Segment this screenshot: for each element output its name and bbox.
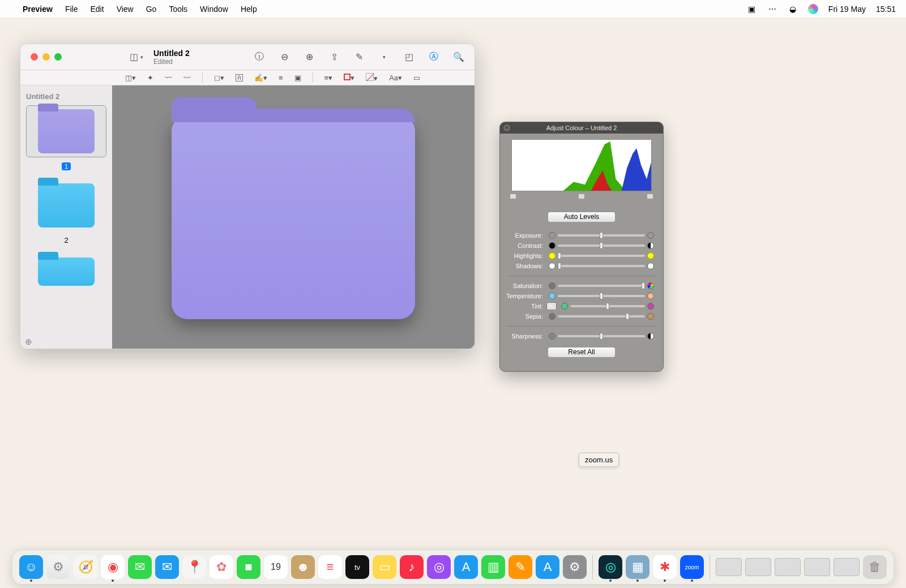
instant-alpha-tool[interactable]: ✦ [147, 74, 153, 82]
menu-window[interactable]: Window [200, 5, 228, 14]
shadows-knob[interactable] [558, 263, 561, 269]
dock-safari[interactable]: 🧭 [74, 555, 97, 579]
dock-settings[interactable]: ⚙ [563, 555, 587, 579]
menu-edit[interactable]: Edit [91, 5, 104, 14]
highlights-slider[interactable]: Highlights: [500, 251, 663, 261]
thumbnail-2[interactable] [26, 179, 106, 231]
menu-tools[interactable]: Tools [169, 5, 187, 14]
temperature-knob[interactable] [600, 293, 603, 299]
dock-notes[interactable]: ▭ [373, 555, 396, 579]
window-close-button[interactable] [31, 53, 38, 61]
temperature-slider[interactable]: Temperature: [500, 291, 663, 301]
sketch-tool[interactable]: 〰 [165, 74, 172, 82]
sepia-track[interactable] [558, 315, 645, 317]
tint-slider[interactable]: Tint: ↖ [500, 301, 663, 311]
dock-numbers[interactable]: ▥ [481, 555, 505, 579]
siri-icon[interactable] [808, 4, 818, 14]
control-center-icon[interactable]: ◒ [788, 4, 798, 14]
share-button[interactable]: ⇪ [328, 51, 340, 63]
dock-minimized-window[interactable] [775, 558, 801, 576]
window-zoom-button[interactable] [54, 53, 62, 61]
histogram-handles[interactable] [510, 194, 653, 199]
thumbnails-sidebar[interactable]: Untitled 2 1 2 ⊕ [20, 85, 112, 349]
crop-tool[interactable]: ▣ [294, 74, 301, 82]
annotate-tool[interactable]: ▭ [413, 74, 420, 82]
highlight-button[interactable]: Ⓐ [428, 51, 439, 63]
add-page-button[interactable]: ⊕ [25, 337, 32, 347]
dock-slack[interactable]: ✱ [653, 555, 677, 579]
window-minimize-button[interactable] [42, 53, 50, 61]
sidebar-toggle-button[interactable]: ◫ ▾ [130, 51, 143, 62]
dock-maps[interactable]: 📍 [182, 555, 206, 579]
dock-finder[interactable]: ☺ [19, 555, 43, 579]
shapes-tool[interactable]: ◻▾ [214, 74, 224, 82]
dock-tv[interactable]: tv [345, 555, 369, 579]
highlights-knob[interactable] [558, 252, 561, 259]
dock-photos[interactable]: ✿ [210, 555, 233, 579]
menu-extra-1-icon[interactable]: ▣ [747, 4, 757, 14]
border-color-tool[interactable]: ▾ [344, 74, 354, 82]
app-name[interactable]: Preview [23, 5, 53, 14]
adjust-tool[interactable]: ≡ [279, 74, 283, 82]
search-button[interactable]: 🔍 [453, 51, 464, 63]
dock-preview[interactable]: ▦ [626, 555, 649, 579]
font-tool[interactable]: Aa▾ [389, 74, 402, 82]
menu-extra-2-icon[interactable]: ⋯ [767, 4, 777, 14]
exposure-knob[interactable] [600, 232, 603, 239]
thumbnail-3[interactable] [26, 254, 106, 290]
exposure-track[interactable] [558, 234, 645, 237]
exposure-slider[interactable]: Exposure: [500, 230, 663, 241]
fill-color-tool[interactable]: ▾ [366, 73, 378, 83]
auto-levels-button[interactable]: Auto Levels [548, 212, 616, 222]
dock-minimized-window[interactable] [745, 558, 771, 576]
tint-track[interactable] [570, 305, 645, 307]
shadows-track[interactable] [558, 265, 645, 267]
dock-messages[interactable]: ✉ [128, 555, 152, 579]
menu-help[interactable]: Help [241, 5, 257, 14]
shadows-slider[interactable]: Shadows: [500, 261, 663, 271]
menubar-time[interactable]: 15:51 [876, 5, 896, 14]
text-tool[interactable]: 🄰 [236, 74, 243, 82]
sign-tool[interactable]: ✍▾ [254, 74, 267, 82]
sharpness-slider[interactable]: Sharpness: [500, 331, 663, 341]
dock-music[interactable]: ♪ [400, 555, 424, 579]
sepia-slider[interactable]: Sepia: [500, 311, 663, 321]
markup-menu-button[interactable]: ▾ [378, 51, 390, 63]
sharpness-knob[interactable] [600, 333, 603, 340]
saturation-knob[interactable] [642, 282, 645, 289]
thumbnail-1[interactable] [26, 105, 106, 157]
dock-pages[interactable]: ✎ [508, 555, 532, 579]
black-point-handle[interactable] [510, 194, 516, 199]
dock-reminders[interactable]: ≡ [318, 555, 342, 579]
dock-contacts[interactable]: ☻ [291, 555, 315, 579]
dock-chrome[interactable]: ◉ [101, 555, 125, 579]
zoom-in-button[interactable]: ⊕ [304, 51, 315, 63]
line-style-tool[interactable]: ≡▾ [324, 74, 333, 82]
dock-facetime[interactable]: ■ [237, 555, 260, 579]
tint-knob[interactable] [606, 303, 609, 310]
dock-minimized-window[interactable] [804, 558, 830, 576]
sharpness-track[interactable] [558, 335, 645, 337]
dock-app-dark[interactable]: ◎ [599, 555, 622, 579]
dock-podcasts[interactable]: ◎ [427, 555, 451, 579]
panel-close-button[interactable]: ✕ [503, 125, 510, 131]
info-button[interactable]: ⓘ [254, 51, 265, 63]
dock-minimized-window[interactable] [716, 558, 742, 576]
contrast-knob[interactable] [600, 242, 603, 249]
dock-appstore-tools[interactable]: A [454, 555, 478, 579]
rotate-button[interactable]: ◰ [403, 51, 414, 63]
menu-file[interactable]: File [65, 5, 78, 14]
draw-tool[interactable]: 〰 [183, 74, 191, 82]
zoom-out-button[interactable]: ⊖ [279, 51, 290, 63]
saturation-slider[interactable]: Saturation: [500, 281, 663, 291]
reset-all-button[interactable]: Reset All [548, 347, 616, 358]
markup-button[interactable]: ✎ [353, 51, 365, 63]
contrast-slider[interactable]: Contrast: [500, 241, 663, 251]
contrast-track[interactable] [558, 244, 645, 247]
tint-picker-button[interactable]: ↖ [546, 302, 557, 310]
selection-tool[interactable]: ◫▾ [125, 74, 136, 82]
menu-go[interactable]: Go [146, 5, 157, 14]
dock-minimized-window[interactable] [834, 558, 860, 576]
dock-mail[interactable]: ✉ [155, 555, 179, 579]
saturation-track[interactable] [558, 285, 645, 287]
